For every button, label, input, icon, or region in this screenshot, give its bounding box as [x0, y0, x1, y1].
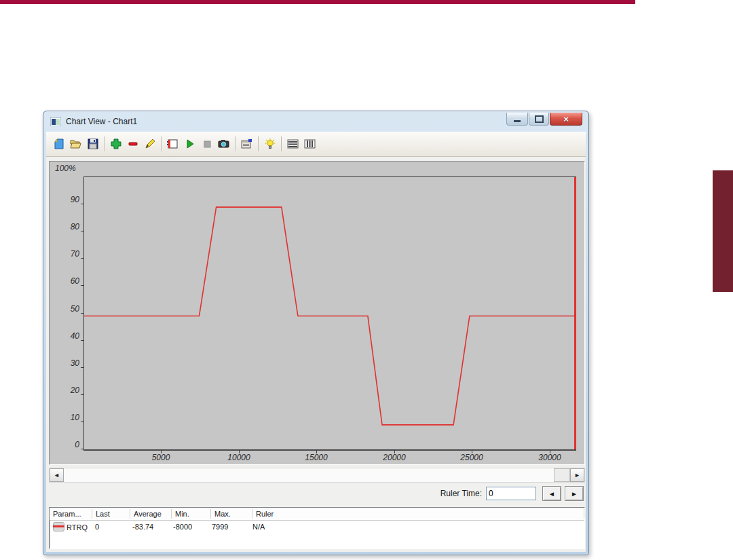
- right-arrow-icon: ►: [574, 472, 580, 479]
- scroll-right-button[interactable]: ►: [570, 468, 584, 482]
- properties-icon: [240, 138, 253, 150]
- top-accent-bar: [0, 0, 635, 4]
- add-parameter-button[interactable]: [107, 136, 124, 153]
- y-tick: [81, 204, 84, 204]
- close-icon: ×: [563, 114, 569, 124]
- start-button[interactable]: [181, 136, 198, 153]
- last-cell: 0: [92, 522, 129, 532]
- open-icon: [69, 138, 82, 150]
- column-header-min[interactable]: Min.: [172, 509, 211, 519]
- y-tick-label: 40: [54, 331, 79, 341]
- legend-panel-icon: [166, 138, 179, 150]
- max-cell: 7999: [208, 522, 249, 532]
- toolbar: [46, 132, 586, 157]
- properties-button[interactable]: [238, 136, 255, 153]
- minimize-button[interactable]: [506, 113, 528, 126]
- ruler-time-input[interactable]: [486, 487, 536, 500]
- scrollbar-thumb[interactable]: [554, 468, 570, 482]
- column-header-max[interactable]: Max.: [211, 509, 252, 519]
- stop-button[interactable]: [198, 136, 215, 153]
- remove-parameter-button[interactable]: [124, 136, 141, 153]
- average-cell: -83.74: [129, 522, 170, 532]
- left-arrow-icon: ◄: [548, 490, 555, 498]
- column-header-average[interactable]: Average: [130, 509, 172, 519]
- x-tick-label: 15000: [296, 453, 337, 462]
- toolbar-separator: [161, 136, 162, 151]
- table-header-row[interactable]: Param... Last Average Min. Max. Ruler: [50, 508, 584, 521]
- show-legend-button[interactable]: [164, 136, 181, 153]
- y-tick: [81, 394, 84, 395]
- vertical-grid-button[interactable]: [301, 136, 318, 153]
- snapshot-button[interactable]: [215, 136, 232, 153]
- toolbar-separator: [104, 136, 105, 151]
- plot-area[interactable]: [83, 176, 576, 451]
- y-tick: [81, 313, 84, 314]
- y-tick: [81, 340, 84, 341]
- ruler-time-row: Ruler Time: ◄ ►: [49, 485, 584, 502]
- x-tick-label: 5000: [140, 453, 181, 462]
- column-header-ruler[interactable]: Ruler: [252, 509, 584, 519]
- y-tick-label: 90: [54, 195, 79, 204]
- app-icon: [50, 117, 61, 126]
- y-tick: [81, 449, 84, 449]
- toolbar-separator: [281, 136, 282, 151]
- y-tick-label: 20: [54, 386, 79, 395]
- param-cell: RTRQ: [50, 522, 92, 532]
- edit-pencil-icon: [144, 138, 156, 150]
- waveform-line: [84, 177, 576, 449]
- add-icon: [110, 138, 122, 150]
- toolbar-separator: [235, 136, 236, 151]
- ruler-cell: N/A: [249, 522, 584, 532]
- window-controls: ×: [506, 113, 582, 126]
- table-row[interactable]: RTRQ 0 -83.74 -8000 7999 N/A: [50, 521, 584, 534]
- chart-view-window: Chart View - Chart1 ×: [43, 111, 589, 555]
- light-bulb-icon: [264, 138, 276, 150]
- open-button[interactable]: [67, 136, 84, 153]
- hint-button[interactable]: [261, 136, 278, 153]
- y-tick: [81, 231, 84, 231]
- scroll-left-button[interactable]: ◄: [50, 468, 64, 482]
- left-arrow-icon: ◄: [54, 472, 60, 479]
- y-tick-label: 0: [54, 440, 79, 449]
- chart-panel: 100% 90807060504030201005000100001500020…: [49, 161, 585, 465]
- start-play-icon: [184, 138, 196, 150]
- column-header-param[interactable]: Param...: [50, 509, 92, 519]
- horizontal-scrollbar[interactable]: ◄ ►: [49, 468, 585, 483]
- window-content: 100% 90807060504030201005000100001500020…: [46, 132, 586, 552]
- time-cursor-line[interactable]: [574, 177, 576, 449]
- ruler-step-back-button[interactable]: ◄: [542, 486, 561, 501]
- y-tick-label: 10: [54, 413, 79, 422]
- stop-icon: [201, 138, 213, 150]
- remove-icon: [127, 138, 139, 150]
- y-axis-top-label: 100%: [55, 164, 76, 173]
- horizontal-grid-button[interactable]: [284, 136, 301, 153]
- y-tick: [81, 367, 84, 368]
- y-tick: [81, 422, 84, 422]
- x-tick-label: 20000: [374, 453, 415, 462]
- save-button[interactable]: [84, 136, 101, 153]
- ruler-time-label: Ruler Time:: [440, 489, 482, 498]
- y-tick-label: 80: [54, 222, 79, 231]
- new-button[interactable]: [50, 136, 67, 153]
- edit-parameter-button[interactable]: [141, 136, 158, 153]
- ruler-step-forward-button[interactable]: ►: [565, 486, 584, 501]
- x-tick-label: 30000: [529, 453, 570, 462]
- minimize-icon: [514, 120, 521, 122]
- toolbar-separator: [258, 136, 259, 151]
- vertical-grid-icon: [303, 138, 316, 150]
- save-icon: [87, 138, 99, 150]
- y-tick-label: 50: [54, 304, 79, 314]
- param-name: RTRQ: [67, 523, 88, 531]
- maximize-button[interactable]: [529, 113, 549, 126]
- new-icon: [53, 138, 65, 150]
- parameter-table: Param... Last Average Min. Max. Ruler RT…: [49, 507, 585, 549]
- window-title: Chart View - Chart1: [66, 117, 137, 126]
- camera-icon: [217, 138, 230, 150]
- close-button[interactable]: ×: [550, 113, 582, 126]
- min-cell: -8000: [170, 522, 208, 532]
- y-tick: [81, 285, 84, 286]
- x-tick-label: 25000: [451, 453, 492, 462]
- y-tick-label: 70: [54, 249, 79, 259]
- x-tick-label: 10000: [219, 453, 259, 462]
- column-header-last[interactable]: Last: [92, 509, 130, 519]
